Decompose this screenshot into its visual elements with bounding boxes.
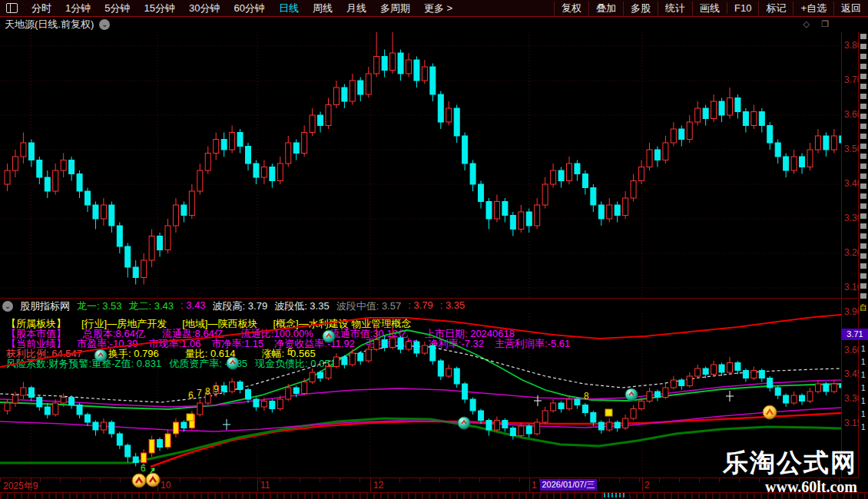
last-price-tag: 3.71 (842, 329, 868, 340)
tool-返回[interactable]: 返回 (833, 2, 868, 15)
indicator-field: 波段中值: 3.57 (336, 299, 402, 313)
indicator-field: : 3.35 (440, 299, 465, 313)
tool-画线[interactable]: 画线 (692, 2, 727, 15)
svg-text:8: 8 (584, 391, 589, 402)
indicator-values: 龙一: 3.53龙二: 3.43: 3.43波段高: 3.79波段低: 3.35… (77, 299, 465, 313)
right-strip-digit: 1 (861, 372, 866, 379)
right-strip-char: 自 (860, 302, 867, 313)
right-strip-digit: 1 (861, 398, 866, 405)
right-strip-digit: 1 (861, 345, 866, 353)
tool-标记[interactable]: 标记 (758, 2, 793, 15)
indicator-field: 龙二: 3.43 (129, 299, 174, 313)
axis-border-left (841, 32, 842, 478)
indicator-chart[interactable]: 6789686 (0, 313, 841, 491)
svg-text:8: 8 (205, 386, 210, 397)
period-tabs: 分时1分钟5分钟15分钟30分钟60分钟日线周线月线多周期更多 > (25, 2, 459, 15)
svg-text:7: 7 (197, 388, 202, 398)
right-strip-digit: 1 (861, 385, 866, 392)
svg-text:9: 9 (214, 384, 219, 395)
right-strip-digit: 1 (861, 359, 866, 366)
pane-divider (0, 298, 868, 299)
indicator-field: 龙一: 3.53 (77, 299, 122, 313)
tool-多股[interactable]: 多股 (623, 2, 658, 15)
layout-icon[interactable] (6, 3, 18, 13)
bottom-cyan-fragment (604, 493, 625, 497)
right-strip-digit: 1 (861, 424, 866, 431)
main-candlestick-chart[interactable] (0, 32, 841, 297)
svg-text:6: 6 (141, 463, 146, 474)
indicator-field: : 3.43 (181, 299, 206, 313)
indicator-field: 波段低: 3.35 (274, 299, 330, 313)
tool-叠加[interactable]: 叠加 (588, 2, 623, 15)
period-tab-60分钟[interactable]: 60分钟 (234, 2, 264, 15)
chart-title: 天地源(日线.前复权) (5, 18, 94, 31)
chevron-down-icon[interactable]: ⌄ (99, 19, 110, 30)
indicator-field: : 3.79 (408, 299, 433, 313)
period-tab-分时[interactable]: 分时 (31, 2, 51, 15)
vertical-text-noise (860, 34, 866, 301)
right-strip-digit: 1 (861, 411, 866, 418)
title-bar: 天地源(日线.前复权) ⌄ ◇ ❐ (0, 17, 841, 31)
period-tab-5分钟[interactable]: 5分钟 (104, 2, 130, 15)
tool-+自选[interactable]: +自选 (793, 2, 833, 15)
right-edge-ticker: 自 1111111 (859, 32, 868, 491)
tool-F10[interactable]: F10 (727, 2, 758, 14)
watermark-url: www.60lt.com (723, 476, 857, 497)
window-icons[interactable]: ◇ ❐ (803, 19, 833, 29)
indicator-header: ⌄ 股朋指标网 龙一: 3.53龙二: 3.43: 3.43波段高: 3.79波… (0, 299, 465, 312)
svg-text:6: 6 (287, 346, 293, 357)
indicator-field: 波段高: 3.79 (213, 299, 268, 313)
watermark: 乐淘公式网 www.60lt.com (723, 449, 857, 497)
period-tab-日线[interactable]: 日线 (279, 2, 299, 15)
right-tools: 复权叠加多股统计画线F10标记+自选返回 (554, 2, 868, 15)
svg-text:6: 6 (188, 390, 194, 401)
period-tab-月线[interactable]: 月线 (346, 2, 366, 15)
period-tab-1分钟[interactable]: 1分钟 (65, 2, 91, 15)
top-toolbar: 分时1分钟5分钟15分钟30分钟60分钟日线周线月线多周期更多 > 复权叠加多股… (0, 0, 868, 17)
period-tab-周线[interactable]: 周线 (313, 2, 333, 15)
period-tab-15分钟[interactable]: 15分钟 (144, 2, 174, 15)
period-tab-多周期[interactable]: 多周期 (380, 2, 410, 15)
watermark-site-name: 乐淘公式网 (723, 449, 857, 476)
trading-app: { "toolbar": { "periods": [ {"label":"分时… (0, 0, 868, 499)
tool-复权[interactable]: 复权 (554, 2, 588, 15)
indicator-source[interactable]: 股朋指标网 (20, 299, 70, 313)
period-tab-30分钟[interactable]: 30分钟 (189, 2, 220, 15)
period-tab-更多 >[interactable]: 更多 > (424, 2, 452, 15)
tool-统计[interactable]: 统计 (658, 2, 692, 15)
chevron-down-icon[interactable]: ⌄ (2, 301, 13, 312)
